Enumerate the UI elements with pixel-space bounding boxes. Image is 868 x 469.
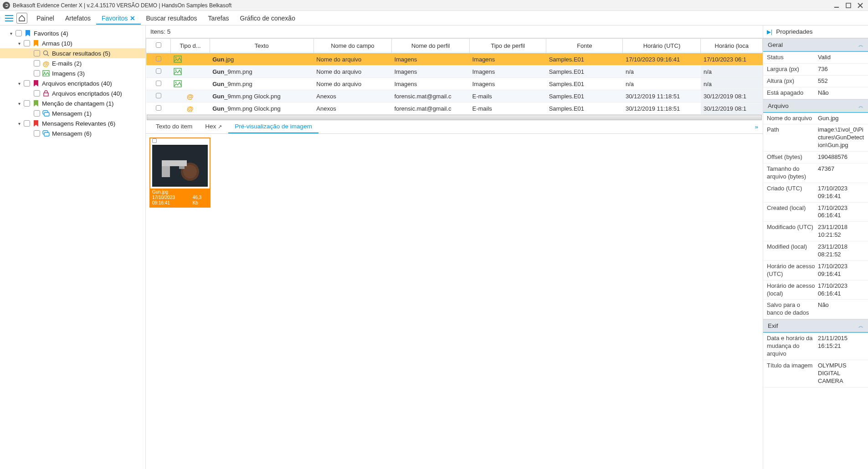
- row-checkbox[interactable]: [156, 68, 161, 74]
- column-header[interactable]: Nome do campo: [313, 39, 391, 53]
- tree-checkbox[interactable]: [34, 70, 40, 76]
- close-button[interactable]: [855, 1, 865, 10]
- cell-text: Gun_9mm.png: [210, 66, 313, 78]
- hamburger-icon[interactable]: [4, 13, 15, 24]
- table-row[interactable]: @Gun_9mm.png Glock.pngAnexosforensic.mat…: [146, 102, 763, 115]
- thumbnail-checkbox[interactable]: [152, 138, 157, 143]
- tree-checkbox[interactable]: [34, 60, 40, 66]
- table-row[interactable]: Gun.jpgNome do arquivoImagensImagensSamp…: [146, 53, 763, 66]
- chevron-down-icon[interactable]: ▾: [8, 31, 14, 36]
- column-header[interactable]: Fonte: [546, 39, 623, 53]
- tree-checkbox[interactable]: [34, 50, 40, 56]
- tree-checkbox[interactable]: [34, 130, 40, 137]
- chevron-down-icon[interactable]: ▾: [16, 41, 22, 46]
- property-value: 17/10/2023 06:16:41: [818, 204, 864, 220]
- cell-tipo: E-mails: [469, 90, 546, 102]
- chevron-down-icon[interactable]: ▾: [16, 81, 22, 86]
- tree-item[interactable]: Mensagem (1): [0, 108, 145, 118]
- cell-fonte: Samples.E01: [546, 78, 623, 90]
- chevron-down-icon[interactable]: ▾: [16, 121, 22, 126]
- column-header[interactable]: Tipo de perfil: [469, 39, 546, 53]
- properties-panel: ▶| Propriedades Geral︽StatusValidLargura…: [763, 25, 868, 469]
- chevron-up-icon[interactable]: ︽: [858, 41, 863, 48]
- row-checkbox[interactable]: [156, 105, 161, 111]
- tree-item[interactable]: ▾Favoritos (4): [0, 28, 145, 38]
- external-link-icon[interactable]: ↗: [218, 124, 222, 129]
- table-row[interactable]: @Gun_9mm.png Glock.pngAnexosforensic.mat…: [146, 90, 763, 102]
- row-checkbox[interactable]: [156, 93, 161, 98]
- cell-utc: n/a: [623, 78, 701, 90]
- svg-rect-11: [44, 93, 48, 96]
- bookmark-red: [32, 119, 40, 127]
- cell-utc: 30/12/2019 11:18:51: [623, 90, 701, 102]
- menu-painel[interactable]: Painel: [31, 12, 60, 25]
- tree-item[interactable]: ▾Armas (10): [0, 38, 145, 48]
- section-header-arquivo[interactable]: Arquivo︽: [763, 99, 868, 113]
- column-header[interactable]: Horário (loca: [701, 39, 763, 53]
- tree-item[interactable]: ▾Menção de chantagem (1): [0, 98, 145, 108]
- close-tab-icon[interactable]: ✕: [130, 15, 135, 22]
- tree-item[interactable]: Mensagem (6): [0, 128, 145, 138]
- column-header[interactable]: Horário (UTC): [623, 39, 701, 53]
- row-checkbox[interactable]: [156, 56, 161, 61]
- svg-rect-1: [846, 3, 851, 8]
- select-all-checkbox[interactable]: [156, 42, 161, 48]
- property-row: Nome do arquivoGun.jpg: [763, 113, 868, 125]
- table-row[interactable]: Gun_9mm.pngNome do arquivoImagensImagens…: [146, 66, 763, 78]
- results-grid[interactable]: Tipo d...TextoNome do campoNome do perfi…: [146, 38, 763, 120]
- image-thumbnail[interactable]: Gun.jpg 17/10/2023 09:16:41 46,3 Kb: [149, 138, 211, 208]
- chevron-up-icon[interactable]: ︽: [858, 102, 863, 109]
- minimize-button[interactable]: [832, 1, 842, 10]
- property-value: 736: [818, 66, 864, 73]
- chevron-down-icon[interactable]: ▾: [16, 101, 22, 106]
- row-checkbox[interactable]: [156, 81, 161, 86]
- column-header[interactable]: [146, 39, 171, 53]
- bookmark-blue: [24, 29, 32, 37]
- tree-checkbox[interactable]: [34, 110, 40, 117]
- menu-gráfico-de-conexão[interactable]: Gráfico de conexão: [235, 12, 301, 25]
- property-key: Modified (local): [767, 243, 818, 259]
- row-type-icon: [171, 78, 210, 90]
- tree-item[interactable]: @E-mails (2): [0, 58, 145, 68]
- property-key: Está apagado: [767, 89, 818, 97]
- bookmark-orange: [32, 39, 40, 47]
- tree-checkbox[interactable]: [24, 40, 30, 46]
- column-header[interactable]: Texto: [210, 39, 313, 53]
- chevron-up-icon[interactable]: ︽: [858, 322, 863, 329]
- section-header-geral[interactable]: Geral︽: [763, 38, 868, 52]
- tree-item[interactable]: ▾Arquivos encriptados (40): [0, 78, 145, 88]
- svg-point-19: [175, 70, 176, 71]
- tree-label: Mensagens Relevantes (6): [42, 120, 115, 127]
- property-row: StatusValid: [763, 52, 868, 64]
- column-header[interactable]: Tipo d...: [171, 39, 210, 53]
- property-key: Status: [767, 54, 818, 61]
- menu-tarefas[interactable]: Tarefas: [203, 12, 235, 25]
- property-key: Offset (bytes): [767, 153, 818, 161]
- property-key: Salvo para o banco de dados: [767, 301, 818, 317]
- properties-play-icon[interactable]: ▶|: [767, 29, 772, 35]
- tree-checkbox[interactable]: [15, 30, 22, 36]
- menubar: PainelArtefatosFavoritos✕Buscar resultad…: [0, 11, 868, 25]
- tree-checkbox[interactable]: [24, 100, 30, 107]
- menu-artefatos[interactable]: Artefatos: [60, 12, 96, 25]
- column-header[interactable]: Nome do perfil: [391, 39, 469, 53]
- preview-tab[interactable]: Pré-visualização de imagem: [228, 120, 318, 133]
- table-row[interactable]: Gun_9mm.pngNome do arquivoImagensImagens…: [146, 78, 763, 90]
- tree-item[interactable]: Arquivos encriptados (40): [0, 88, 145, 98]
- collapse-preview-icon[interactable]: »: [755, 123, 758, 130]
- maximize-button[interactable]: [843, 1, 853, 10]
- home-button[interactable]: [16, 13, 27, 24]
- horizontal-scrollbar[interactable]: [147, 115, 762, 120]
- tree-item[interactable]: Buscar resultados (5): [0, 48, 145, 58]
- tree-checkbox[interactable]: [24, 120, 30, 127]
- menu-favoritos[interactable]: Favoritos✕: [96, 12, 141, 25]
- tree-item[interactable]: Imagens (3): [0, 68, 145, 78]
- tree-checkbox[interactable]: [24, 80, 30, 87]
- cell-campo: Nome do arquivo: [313, 78, 391, 90]
- preview-tab[interactable]: Hex↗: [199, 120, 228, 133]
- tree-item[interactable]: ▾Mensagens Relevantes (6): [0, 118, 145, 128]
- preview-tab[interactable]: Texto do item: [149, 120, 199, 133]
- tree-checkbox[interactable]: [34, 90, 40, 97]
- section-header-exif[interactable]: Exif︽: [763, 319, 868, 333]
- menu-buscar-resultados[interactable]: Buscar resultados: [141, 12, 203, 25]
